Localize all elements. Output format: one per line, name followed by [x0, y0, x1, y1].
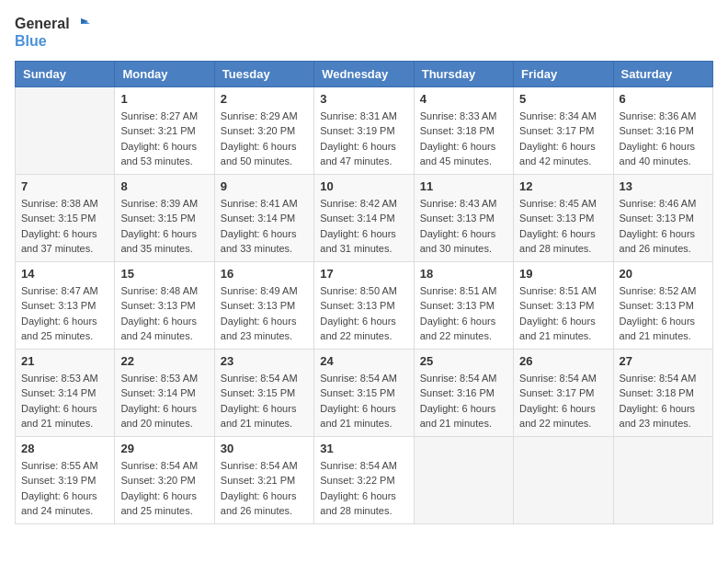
calendar-day-13: 13Sunrise: 8:46 AM Sunset: 3:13 PM Dayli…	[613, 174, 712, 261]
calendar-header-row: SundayMondayTuesdayWednesdayThursdayFrid…	[16, 61, 713, 86]
day-info: Sunrise: 8:53 AM Sunset: 3:14 PM Dayligh…	[21, 371, 108, 431]
calendar-day-11: 11Sunrise: 8:43 AM Sunset: 3:13 PM Dayli…	[414, 174, 513, 261]
page-header: General Blue	[15, 15, 713, 50]
day-info: Sunrise: 8:53 AM Sunset: 3:14 PM Dayligh…	[120, 371, 208, 431]
day-number: 1	[120, 92, 208, 106]
weekday-header-wednesday: Wednesday	[314, 61, 414, 86]
day-number: 9	[221, 179, 308, 193]
calendar-day-29: 29Sunrise: 8:54 AM Sunset: 3:20 PM Dayli…	[115, 436, 214, 523]
empty-cell	[414, 436, 513, 523]
calendar-day-19: 19Sunrise: 8:51 AM Sunset: 3:13 PM Dayli…	[514, 261, 613, 349]
day-info: Sunrise: 8:33 AM Sunset: 3:18 PM Dayligh…	[420, 109, 507, 169]
day-number: 20	[620, 267, 707, 281]
weekday-header-thursday: Thursday	[414, 61, 513, 86]
day-number: 7	[21, 179, 108, 193]
calendar-day-27: 27Sunrise: 8:54 AM Sunset: 3:18 PM Dayli…	[613, 349, 712, 436]
calendar-day-9: 9Sunrise: 8:41 AM Sunset: 3:14 PM Daylig…	[214, 174, 313, 261]
weekday-header-friday: Friday	[514, 61, 613, 86]
day-number: 29	[120, 442, 208, 455]
weekday-header-sunday: Sunday	[16, 61, 115, 86]
calendar-day-4: 4Sunrise: 8:33 AM Sunset: 3:18 PM Daylig…	[414, 86, 513, 174]
empty-cell	[613, 436, 712, 523]
day-info: Sunrise: 8:38 AM Sunset: 3:15 PM Dayligh…	[21, 196, 108, 257]
day-info: Sunrise: 8:54 AM Sunset: 3:15 PM Dayligh…	[320, 371, 407, 431]
day-info: Sunrise: 8:34 AM Sunset: 3:17 PM Dayligh…	[519, 109, 607, 169]
day-number: 12	[519, 179, 607, 193]
calendar-day-5: 5Sunrise: 8:34 AM Sunset: 3:17 PM Daylig…	[514, 86, 613, 174]
calendar-day-7: 7Sunrise: 8:38 AM Sunset: 3:15 PM Daylig…	[16, 174, 115, 261]
day-info: Sunrise: 8:52 AM Sunset: 3:13 PM Dayligh…	[620, 283, 707, 344]
day-info: Sunrise: 8:29 AM Sunset: 3:20 PM Dayligh…	[221, 109, 308, 169]
day-info: Sunrise: 8:45 AM Sunset: 3:13 PM Dayligh…	[519, 196, 607, 257]
day-number: 31	[320, 442, 407, 455]
logo-general: General	[15, 16, 70, 32]
calendar-day-3: 3Sunrise: 8:31 AM Sunset: 3:19 PM Daylig…	[314, 86, 414, 174]
day-info: Sunrise: 8:55 AM Sunset: 3:19 PM Dayligh…	[21, 458, 108, 519]
calendar-table: SundayMondayTuesdayWednesdayThursdayFrid…	[15, 61, 713, 524]
calendar-day-10: 10Sunrise: 8:42 AM Sunset: 3:14 PM Dayli…	[314, 174, 414, 261]
day-info: Sunrise: 8:46 AM Sunset: 3:13 PM Dayligh…	[620, 196, 707, 257]
weekday-header-tuesday: Tuesday	[214, 61, 313, 86]
day-info: Sunrise: 8:54 AM Sunset: 3:18 PM Dayligh…	[620, 371, 707, 431]
calendar-day-20: 20Sunrise: 8:52 AM Sunset: 3:13 PM Dayli…	[613, 261, 712, 349]
day-number: 6	[620, 92, 707, 106]
calendar-day-26: 26Sunrise: 8:54 AM Sunset: 3:17 PM Dayli…	[514, 349, 613, 436]
logo-blue: Blue	[15, 33, 90, 50]
day-number: 19	[519, 267, 607, 281]
day-info: Sunrise: 8:39 AM Sunset: 3:15 PM Dayligh…	[120, 196, 208, 257]
day-number: 3	[320, 92, 407, 106]
calendar-week-row: 28Sunrise: 8:55 AM Sunset: 3:19 PM Dayli…	[16, 436, 713, 523]
calendar-day-31: 31Sunrise: 8:54 AM Sunset: 3:22 PM Dayli…	[314, 436, 414, 523]
day-number: 4	[420, 92, 507, 106]
empty-cell	[514, 436, 613, 523]
day-number: 10	[320, 179, 407, 193]
day-info: Sunrise: 8:51 AM Sunset: 3:13 PM Dayligh…	[420, 283, 507, 344]
day-number: 24	[320, 354, 407, 368]
calendar-day-18: 18Sunrise: 8:51 AM Sunset: 3:13 PM Dayli…	[414, 261, 513, 349]
day-number: 17	[320, 267, 407, 281]
weekday-header-saturday: Saturday	[613, 61, 712, 86]
calendar-day-24: 24Sunrise: 8:54 AM Sunset: 3:15 PM Dayli…	[314, 349, 414, 436]
calendar-day-8: 8Sunrise: 8:39 AM Sunset: 3:15 PM Daylig…	[115, 174, 214, 261]
calendar-week-row: 1Sunrise: 8:27 AM Sunset: 3:21 PM Daylig…	[16, 86, 713, 174]
day-number: 22	[120, 354, 208, 368]
day-number: 11	[420, 179, 507, 193]
day-info: Sunrise: 8:54 AM Sunset: 3:20 PM Dayligh…	[120, 458, 208, 519]
day-number: 28	[21, 442, 108, 455]
calendar-week-row: 14Sunrise: 8:47 AM Sunset: 3:13 PM Dayli…	[16, 261, 713, 349]
day-info: Sunrise: 8:51 AM Sunset: 3:13 PM Dayligh…	[519, 283, 607, 344]
empty-cell	[16, 86, 115, 174]
day-info: Sunrise: 8:41 AM Sunset: 3:14 PM Dayligh…	[221, 196, 308, 257]
day-info: Sunrise: 8:27 AM Sunset: 3:21 PM Dayligh…	[120, 109, 208, 169]
day-number: 2	[221, 92, 308, 106]
day-info: Sunrise: 8:36 AM Sunset: 3:16 PM Dayligh…	[620, 109, 707, 169]
day-info: Sunrise: 8:54 AM Sunset: 3:22 PM Dayligh…	[320, 458, 407, 519]
calendar-day-25: 25Sunrise: 8:54 AM Sunset: 3:16 PM Dayli…	[414, 349, 513, 436]
calendar-day-15: 15Sunrise: 8:48 AM Sunset: 3:13 PM Dayli…	[115, 261, 214, 349]
day-number: 14	[21, 267, 108, 281]
day-number: 21	[21, 354, 108, 368]
calendar-day-2: 2Sunrise: 8:29 AM Sunset: 3:20 PM Daylig…	[214, 86, 313, 174]
day-info: Sunrise: 8:54 AM Sunset: 3:17 PM Dayligh…	[519, 371, 607, 431]
calendar-day-17: 17Sunrise: 8:50 AM Sunset: 3:13 PM Dayli…	[314, 261, 414, 349]
day-number: 23	[221, 354, 308, 368]
day-number: 16	[221, 267, 308, 281]
calendar-day-12: 12Sunrise: 8:45 AM Sunset: 3:13 PM Dayli…	[514, 174, 613, 261]
day-number: 15	[120, 267, 208, 281]
day-info: Sunrise: 8:50 AM Sunset: 3:13 PM Dayligh…	[320, 283, 407, 344]
calendar-day-23: 23Sunrise: 8:54 AM Sunset: 3:15 PM Dayli…	[214, 349, 313, 436]
weekday-header-monday: Monday	[115, 61, 214, 86]
day-info: Sunrise: 8:54 AM Sunset: 3:16 PM Dayligh…	[420, 371, 507, 431]
day-number: 30	[221, 442, 308, 455]
calendar-week-row: 7Sunrise: 8:38 AM Sunset: 3:15 PM Daylig…	[16, 174, 713, 261]
calendar-day-1: 1Sunrise: 8:27 AM Sunset: 3:21 PM Daylig…	[115, 86, 214, 174]
calendar-day-6: 6Sunrise: 8:36 AM Sunset: 3:16 PM Daylig…	[613, 86, 712, 174]
logo: General Blue	[15, 15, 90, 50]
day-number: 8	[120, 179, 208, 193]
calendar-day-28: 28Sunrise: 8:55 AM Sunset: 3:19 PM Dayli…	[16, 436, 115, 523]
calendar-day-21: 21Sunrise: 8:53 AM Sunset: 3:14 PM Dayli…	[16, 349, 115, 436]
day-number: 18	[420, 267, 507, 281]
day-number: 26	[519, 354, 607, 368]
day-info: Sunrise: 8:47 AM Sunset: 3:13 PM Dayligh…	[21, 283, 108, 344]
day-info: Sunrise: 8:54 AM Sunset: 3:15 PM Dayligh…	[221, 371, 308, 431]
